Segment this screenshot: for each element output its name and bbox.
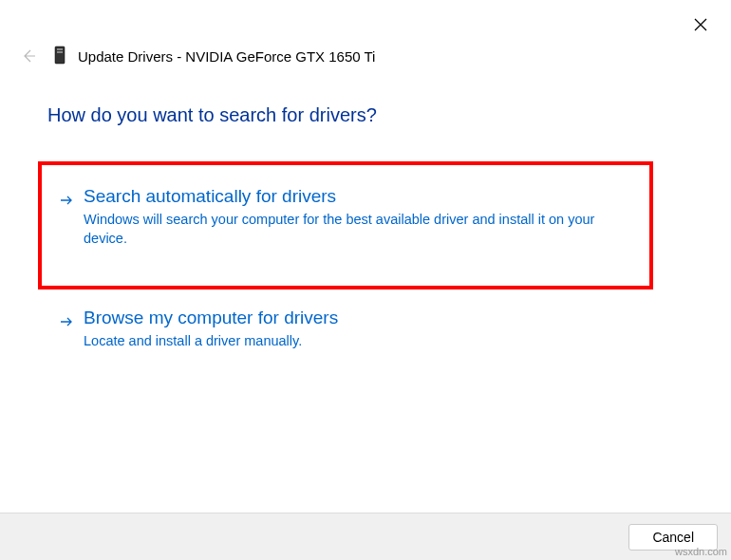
close-button[interactable]: [689, 13, 712, 36]
option-text-block: Browse my computer for drivers Locate an…: [84, 308, 632, 351]
option-text-block: Search automatically for drivers Windows…: [84, 186, 632, 248]
close-icon: [694, 18, 707, 31]
svg-rect-3: [57, 48, 63, 50]
header: Update Drivers - NVIDIA GeForce GTX 1650…: [19, 46, 375, 66]
arrow-right-icon: [59, 193, 74, 208]
option-title: Browse my computer for drivers: [84, 308, 632, 328]
title-text: Update Drivers - NVIDIA GeForce GTX 1650…: [78, 48, 375, 65]
watermark: wsxdn.com: [675, 546, 727, 557]
option-browse-computer[interactable]: Browse my computer for drivers Locate an…: [38, 296, 653, 361]
svg-rect-4: [57, 51, 63, 53]
option-description: Windows will search your computer for th…: [84, 211, 632, 248]
option-title: Search automatically for drivers: [84, 186, 632, 207]
option-description: Locate and install a driver manually.: [84, 332, 632, 351]
arrow-right-icon: [59, 314, 74, 329]
page-heading: How do you want to search for drivers?: [47, 104, 377, 126]
footer-bar: Cancel: [0, 513, 731, 560]
device-icon: [53, 46, 68, 66]
back-button[interactable]: [19, 47, 38, 65]
option-search-automatically[interactable]: Search automatically for drivers Windows…: [38, 161, 653, 289]
window-title: Update Drivers - NVIDIA GeForce GTX 1650…: [53, 46, 375, 66]
back-arrow-icon: [21, 48, 36, 64]
